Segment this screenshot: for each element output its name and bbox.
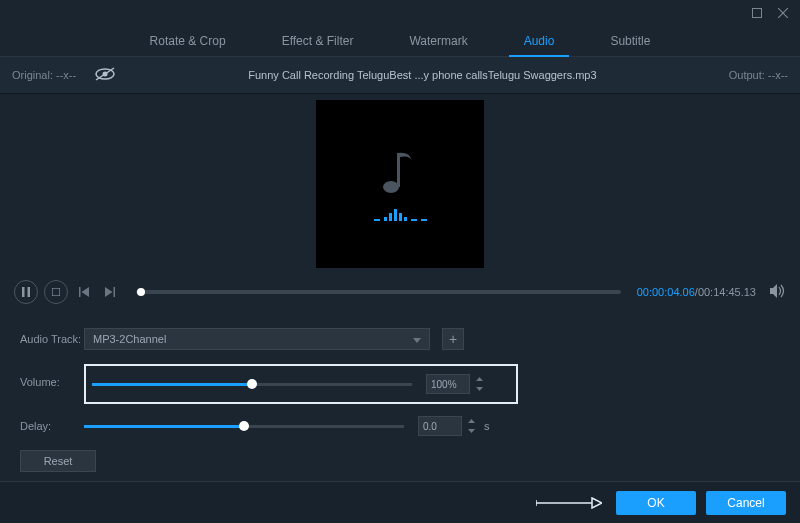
delay-decrease-button[interactable]: [464, 426, 478, 436]
delay-increase-button[interactable]: [464, 416, 478, 426]
chevron-down-icon: [413, 333, 421, 345]
svg-point-6: [383, 181, 399, 193]
audio-controls-panel: Audio Track: MP3-2Channel + Volume: 100%…: [0, 310, 800, 472]
maximize-button[interactable]: [750, 6, 764, 20]
audio-preview-placeholder: [316, 100, 484, 268]
eye-off-icon: [94, 67, 116, 81]
delay-row: Delay: 0.0 s: [20, 416, 780, 436]
speaker-icon: [770, 284, 786, 298]
next-button[interactable]: [102, 284, 118, 300]
audio-track-value: MP3-2Channel: [93, 333, 166, 345]
svg-rect-7: [397, 153, 400, 187]
delay-value-input[interactable]: 0.0: [418, 416, 462, 436]
svg-rect-9: [28, 287, 31, 297]
svg-rect-8: [22, 287, 25, 297]
volume-slider-handle[interactable]: [247, 379, 257, 389]
current-time: 00:00:04.06: [637, 286, 695, 298]
skip-back-icon: [79, 287, 89, 297]
chevron-down-icon: [476, 387, 483, 391]
total-time: 00:14:45.13: [698, 286, 756, 298]
preview-area: [0, 94, 800, 274]
footer-bar: OK Cancel: [0, 481, 800, 523]
volume-slider-fill: [92, 383, 252, 386]
audio-track-label: Audio Track:: [20, 333, 84, 345]
volume-slider[interactable]: [92, 383, 412, 386]
delay-slider[interactable]: [84, 425, 404, 428]
cancel-button[interactable]: Cancel: [706, 491, 786, 515]
svg-marker-18: [476, 387, 483, 391]
preview-visibility-toggle[interactable]: [94, 67, 116, 83]
svg-rect-11: [79, 287, 81, 297]
volume-spinner: [472, 374, 486, 394]
svg-marker-15: [770, 284, 777, 298]
ok-button[interactable]: OK: [616, 491, 696, 515]
output-label: Output: --x--: [729, 69, 788, 81]
arrow-annotation: [536, 497, 602, 509]
timeline-handle[interactable]: [137, 288, 145, 296]
playback-bar: 00:00:04.06/00:14:45.13: [0, 274, 800, 310]
delay-spinner: [464, 416, 478, 436]
time-display: 00:00:04.06/00:14:45.13: [637, 286, 756, 298]
chevron-up-icon: [468, 419, 475, 423]
window-controls: [0, 0, 800, 26]
reset-button[interactable]: Reset: [20, 450, 96, 472]
skip-forward-icon: [105, 287, 115, 297]
mute-button[interactable]: [770, 284, 786, 301]
filename-label: Funny Call Recording TeluguBest ...y pho…: [116, 69, 729, 81]
close-button[interactable]: [776, 6, 790, 20]
svg-marker-19: [468, 419, 475, 423]
volume-increase-button[interactable]: [472, 374, 486, 384]
music-note-icon: [380, 147, 420, 195]
equalizer-icon: [374, 209, 427, 221]
chevron-down-icon: [468, 429, 475, 433]
volume-value-input[interactable]: 100%: [426, 374, 470, 394]
svg-rect-0: [753, 9, 762, 18]
delay-unit-label: s: [484, 420, 490, 432]
svg-marker-12: [82, 287, 90, 297]
stop-button[interactable]: [44, 280, 68, 304]
tab-audio[interactable]: Audio: [496, 26, 583, 56]
delay-slider-handle[interactable]: [239, 421, 249, 431]
tab-bar: Rotate & Crop Effect & Filter Watermark …: [0, 26, 800, 57]
volume-label: Volume:: [20, 376, 84, 388]
maximize-icon: [752, 8, 762, 18]
tab-effect-filter[interactable]: Effect & Filter: [254, 26, 382, 56]
volume-row-highlight: 100%: [84, 364, 518, 404]
tab-watermark[interactable]: Watermark: [381, 26, 495, 56]
svg-marker-20: [468, 429, 475, 433]
svg-rect-10: [52, 288, 60, 296]
timeline-slider[interactable]: [136, 290, 621, 294]
add-audio-track-button[interactable]: +: [442, 328, 464, 350]
chevron-up-icon: [476, 377, 483, 381]
delay-slider-fill: [84, 425, 244, 428]
delay-label: Delay:: [20, 420, 84, 432]
svg-marker-13: [105, 287, 113, 297]
info-bar: Original: --x-- Funny Call Recording Tel…: [0, 57, 800, 94]
svg-marker-17: [476, 377, 483, 381]
tab-subtitle[interactable]: Subtitle: [582, 26, 678, 56]
svg-rect-14: [114, 287, 116, 297]
arrow-right-icon: [536, 497, 602, 509]
original-label: Original: --x--: [12, 69, 76, 81]
previous-button[interactable]: [76, 284, 92, 300]
svg-marker-23: [592, 498, 602, 508]
pause-icon: [22, 287, 30, 297]
audio-track-row: Audio Track: MP3-2Channel +: [20, 328, 780, 350]
audio-track-dropdown[interactable]: MP3-2Channel: [84, 328, 430, 350]
svg-marker-16: [413, 338, 421, 343]
volume-decrease-button[interactable]: [472, 384, 486, 394]
play-pause-button[interactable]: [14, 280, 38, 304]
stop-icon: [52, 288, 60, 296]
tab-rotate-crop[interactable]: Rotate & Crop: [122, 26, 254, 56]
close-icon: [778, 8, 788, 18]
